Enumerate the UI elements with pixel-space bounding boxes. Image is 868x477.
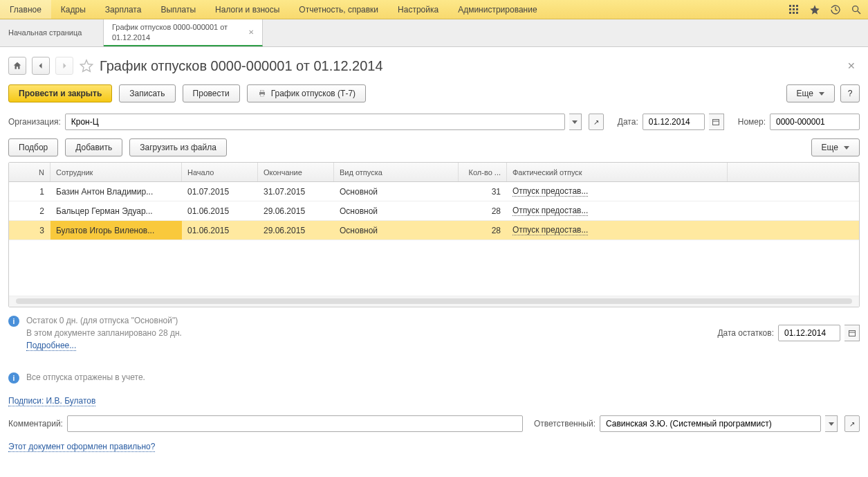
help-button[interactable]: ? bbox=[840, 84, 860, 102]
table-row[interactable]: 1Базин Антон Владимир...01.07.201531.07.… bbox=[9, 182, 859, 201]
svg-rect-7 bbox=[793, 12, 795, 14]
org-dropdown[interactable] bbox=[569, 114, 582, 130]
org-label: Организация: bbox=[8, 117, 61, 127]
cell-type: Основной bbox=[334, 182, 459, 201]
cell-actual: Отпуск предостав... bbox=[507, 221, 728, 240]
table-more-button[interactable]: Еще bbox=[811, 138, 860, 156]
cell-actual: Отпуск предостав... bbox=[507, 201, 728, 220]
responsible-label: Ответственный: bbox=[534, 419, 595, 429]
cell-n: 1 bbox=[9, 182, 50, 201]
close-icon[interactable]: ✕ bbox=[248, 28, 254, 36]
responsible-open-button[interactable]: ↗ bbox=[844, 415, 860, 432]
svg-rect-4 bbox=[793, 8, 795, 10]
print-schedule-button[interactable]: График отпусков (Т-7) bbox=[247, 84, 366, 102]
number-label: Номер: bbox=[738, 117, 766, 127]
col-start[interactable]: Начало bbox=[182, 163, 258, 181]
signatures-link[interactable]: Подписи: И.В. Булатов bbox=[8, 396, 95, 406]
cell-employee: Булатов Игорь Виленов... bbox=[50, 221, 182, 240]
col-actual[interactable]: Фактический отпуск bbox=[507, 163, 728, 181]
svg-rect-3 bbox=[789, 8, 791, 10]
pick-button[interactable]: Подбор bbox=[8, 138, 58, 156]
topmenu-item-2[interactable]: Зарплата bbox=[95, 0, 151, 19]
responsible-input[interactable] bbox=[600, 415, 821, 432]
cell-start: 01.07.2015 bbox=[182, 182, 258, 201]
balance-date-input[interactable] bbox=[778, 325, 840, 341]
history-icon[interactable] bbox=[829, 3, 842, 16]
date-label: Дата: bbox=[618, 117, 638, 127]
tab-active[interactable]: График отпусков 0000-000001 от 01.12.201… bbox=[104, 19, 263, 46]
col-qty[interactable]: Кол-во ... bbox=[459, 163, 507, 181]
home-button[interactable] bbox=[8, 57, 26, 75]
back-button[interactable] bbox=[32, 57, 50, 75]
info-icon: i bbox=[8, 372, 19, 384]
svg-rect-14 bbox=[713, 120, 719, 125]
svg-rect-8 bbox=[796, 12, 798, 14]
svg-rect-0 bbox=[789, 5, 791, 7]
topmenu-item-3[interactable]: Выплаты bbox=[151, 0, 205, 19]
svg-rect-6 bbox=[789, 12, 791, 14]
org-open-button[interactable]: ↗ bbox=[589, 114, 604, 130]
col-end[interactable]: Окончание bbox=[258, 163, 334, 181]
details-link[interactable]: Подробнее... bbox=[26, 341, 76, 351]
info-text: Остаток 0 дн. (для отпуска "Основной") В… bbox=[26, 314, 182, 352]
col-tail[interactable] bbox=[728, 163, 859, 181]
topmenu-item-7[interactable]: Администрирование bbox=[448, 0, 546, 19]
doc-correct-link[interactable]: Этот документ оформлен правильно? bbox=[8, 442, 155, 452]
svg-rect-13 bbox=[260, 94, 264, 96]
comment-label: Комментарий: bbox=[8, 419, 63, 429]
cell-actual: Отпуск предостав... bbox=[507, 182, 728, 201]
post-button[interactable]: Провести bbox=[183, 84, 240, 102]
topmenu-item-1[interactable]: Кадры bbox=[51, 0, 95, 19]
svg-rect-2 bbox=[796, 5, 798, 7]
topmenu-item-4[interactable]: Налоги и взносы bbox=[205, 0, 289, 19]
forward-button bbox=[55, 57, 73, 75]
search-icon[interactable] bbox=[850, 3, 862, 16]
grid-icon[interactable] bbox=[788, 3, 800, 16]
top-menu: ГлавноеКадрыЗарплатаВыплатыНалоги и взно… bbox=[0, 0, 547, 19]
balance-date-label: Дата остатков: bbox=[717, 328, 774, 338]
responsible-dropdown[interactable] bbox=[825, 415, 838, 432]
tab-home[interactable]: Начальная страница bbox=[0, 19, 104, 46]
cell-n: 3 bbox=[9, 221, 50, 240]
topmenu-item-5[interactable]: Отчетность, справки bbox=[289, 0, 388, 19]
calendar-icon[interactable] bbox=[709, 114, 724, 130]
cell-start: 01.06.2015 bbox=[182, 221, 258, 240]
date-input[interactable] bbox=[643, 114, 705, 130]
close-icon[interactable]: ✕ bbox=[843, 60, 860, 71]
table-row[interactable]: 3Булатов Игорь Виленов...01.06.201529.06… bbox=[9, 221, 859, 240]
calendar-icon[interactable] bbox=[844, 325, 860, 341]
cell-end: 31.07.2015 bbox=[258, 182, 334, 201]
vacation-link[interactable]: Отпуск предостав... bbox=[513, 206, 588, 216]
number-input[interactable] bbox=[770, 114, 860, 130]
post-and-close-button[interactable]: Провести и закрыть bbox=[8, 84, 112, 102]
svg-rect-5 bbox=[796, 8, 798, 10]
add-button[interactable]: Добавить bbox=[65, 138, 122, 156]
vacation-link[interactable]: Отпуск предостав... bbox=[513, 225, 588, 235]
vacation-link[interactable]: Отпуск предостав... bbox=[513, 186, 588, 197]
cell-qty: 28 bbox=[459, 201, 507, 220]
more-button[interactable]: Еще bbox=[786, 84, 835, 102]
topmenu-item-0[interactable]: Главное bbox=[0, 0, 51, 19]
col-employee[interactable]: Сотрудник bbox=[50, 163, 182, 181]
cell-end: 29.06.2015 bbox=[258, 201, 334, 220]
favorite-star-icon[interactable] bbox=[79, 58, 94, 73]
col-n[interactable]: N bbox=[9, 163, 50, 181]
org-input[interactable] bbox=[65, 114, 565, 130]
page-title: График отпусков 0000-000001 от 01.12.201… bbox=[100, 58, 383, 74]
load-from-file-button[interactable]: Загрузить из файла bbox=[129, 138, 227, 156]
table-row[interactable]: 2Бальцер Герман Эдуар...01.06.201529.06.… bbox=[9, 201, 859, 221]
save-button[interactable]: Записать bbox=[119, 84, 175, 102]
topmenu-item-6[interactable]: Настройка bbox=[388, 0, 448, 19]
horizontal-scrollbar[interactable] bbox=[9, 296, 859, 307]
svg-point-9 bbox=[853, 6, 858, 11]
svg-rect-16 bbox=[849, 331, 855, 336]
cell-employee: Бальцер Герман Эдуар... bbox=[50, 201, 182, 220]
comment-input[interactable] bbox=[67, 415, 523, 432]
col-type[interactable]: Вид отпуска bbox=[334, 163, 459, 181]
star-icon[interactable] bbox=[809, 3, 821, 16]
cell-start: 01.06.2015 bbox=[182, 201, 258, 220]
cell-qty: 31 bbox=[459, 182, 507, 201]
svg-rect-1 bbox=[793, 5, 795, 7]
info-icon: i bbox=[8, 316, 19, 327]
cell-n: 2 bbox=[9, 201, 50, 220]
